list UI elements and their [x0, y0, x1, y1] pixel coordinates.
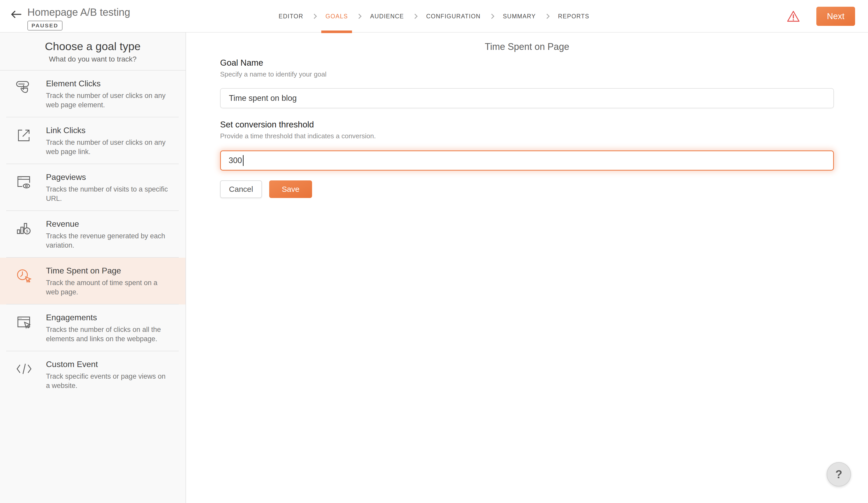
chevron-right-icon — [489, 14, 495, 19]
goal-type-text: PageviewsTracks the number of visits to … — [46, 172, 170, 203]
nav-step-editor[interactable]: EDITOR — [275, 0, 307, 33]
goal-type-title: Custom Event — [46, 359, 170, 369]
goal-type-text: Custom EventTrack specific events or pag… — [46, 359, 170, 390]
goal-type-description: Tracks the revenue generated by each var… — [46, 231, 170, 250]
chevron-right-icon — [413, 14, 418, 19]
goal-type-link-clicks[interactable]: Link ClicksTrack the number of user clic… — [0, 117, 185, 164]
goal-type-text: EngagementsTracks the number of clicks o… — [46, 312, 170, 343]
nav-step-summary[interactable]: SUMMARY — [499, 0, 540, 33]
goal-type-element-clicks[interactable]: Element ClicksTrack the number of user c… — [0, 71, 185, 117]
goal-type-title: Pageviews — [46, 172, 170, 182]
threshold-input[interactable]: 300 — [220, 151, 834, 171]
goal-type-engagements[interactable]: EngagementsTracks the number of clicks o… — [0, 305, 185, 351]
sidebar-subtitle: What do you want to track? — [5, 55, 180, 63]
page-title: Time Spent on Page — [186, 41, 868, 52]
goal-name-input[interactable] — [220, 88, 834, 108]
chevron-right-icon — [356, 14, 362, 19]
goal-type-description: Track the number of user clicks on any w… — [46, 91, 170, 110]
svg-text:$: $ — [26, 229, 28, 233]
step-nav: EDITORGOALSAUDIENCECONFIGURATIONSUMMARYR… — [271, 0, 597, 33]
form-actions: Cancel Save — [220, 181, 834, 198]
nav-step-reports[interactable]: REPORTS — [554, 0, 593, 33]
goal-type-text: RevenueTracks the revenue generated by e… — [46, 219, 170, 250]
main-panel: Time Spent on Page Goal Name Specify a n… — [186, 33, 868, 503]
nav-step-configuration[interactable]: CONFIGURATION — [422, 0, 485, 33]
goal-type-title: Engagements — [46, 312, 170, 322]
sidebar-header: Choose a goal type What do you want to t… — [0, 33, 185, 71]
goal-type-description: Track specific events or page views on a… — [46, 372, 170, 390]
goal-type-description: Tracks the number of visits to a specifi… — [46, 185, 170, 203]
goal-type-description: Track the amount of time spent on a web … — [46, 278, 170, 297]
goal-type-revenue[interactable]: $RevenueTracks the revenue generated by … — [0, 211, 185, 258]
goal-name-helper: Specify a name to identify your goal — [220, 70, 834, 78]
status-badge: PAUSED — [28, 21, 63, 31]
goal-type-list: Element ClicksTrack the number of user c… — [0, 71, 185, 398]
cancel-button[interactable]: Cancel — [220, 181, 262, 198]
save-button[interactable]: Save — [269, 181, 312, 198]
custom-event-icon — [16, 361, 34, 379]
goal-type-description: Tracks the number of clicks on all the e… — [46, 325, 170, 343]
goal-form: Goal Name Specify a name to identify you… — [220, 58, 834, 198]
top-header: Homepage A/B testing PAUSED EDITORGOALSA… — [0, 0, 868, 33]
engagements-icon — [16, 314, 34, 332]
goal-type-title: Time Spent on Page — [46, 266, 170, 276]
goal-name-label: Goal Name — [220, 58, 834, 68]
goal-type-text: Time Spent on PageTrack the amount of ti… — [46, 266, 170, 297]
goal-type-text: Element ClicksTrack the number of user c… — [46, 78, 170, 110]
help-button[interactable]: ? — [827, 462, 851, 486]
time-spent-icon — [16, 267, 34, 286]
nav-step-audience[interactable]: AUDIENCE — [366, 0, 408, 33]
element-clicks-icon — [16, 80, 34, 99]
header-actions: Next — [787, 0, 855, 33]
threshold-value: 300 — [229, 156, 242, 165]
pageviews-icon — [16, 173, 34, 192]
threshold-label: Set conversion threshold — [220, 120, 834, 130]
chevron-right-icon — [544, 14, 549, 19]
goal-type-title: Revenue — [46, 219, 170, 229]
sidebar-title: Choose a goal type — [5, 40, 180, 53]
experiment-header: Homepage A/B testing PAUSED — [10, 6, 130, 31]
goal-type-title: Link Clicks — [46, 125, 170, 135]
goal-type-text: Link ClicksTrack the number of user clic… — [46, 125, 170, 156]
chevron-right-icon — [312, 14, 317, 19]
revenue-icon: $ — [16, 220, 34, 239]
goal-type-custom-event[interactable]: Custom EventTrack specific events or pag… — [0, 351, 185, 398]
link-clicks-icon — [16, 127, 34, 145]
content-area: Choose a goal type What do you want to t… — [0, 33, 868, 503]
threshold-helper: Provide a time threshold that indicates … — [220, 132, 834, 140]
back-arrow-icon[interactable] — [10, 10, 22, 19]
nav-step-goals[interactable]: GOALS — [321, 0, 352, 33]
goal-type-title: Element Clicks — [46, 78, 170, 89]
warning-triangle-icon[interactable] — [787, 10, 800, 22]
goal-type-sidebar: Choose a goal type What do you want to t… — [0, 33, 186, 503]
goal-type-time-spent-on-page[interactable]: Time Spent on PageTrack the amount of ti… — [0, 258, 185, 305]
experiment-title: Homepage A/B testing — [28, 6, 130, 18]
text-caret — [243, 155, 244, 166]
next-button[interactable]: Next — [816, 7, 855, 26]
goal-type-description: Track the number of user clicks on any w… — [46, 138, 170, 156]
goal-type-pageviews[interactable]: PageviewsTracks the number of visits to … — [0, 164, 185, 211]
